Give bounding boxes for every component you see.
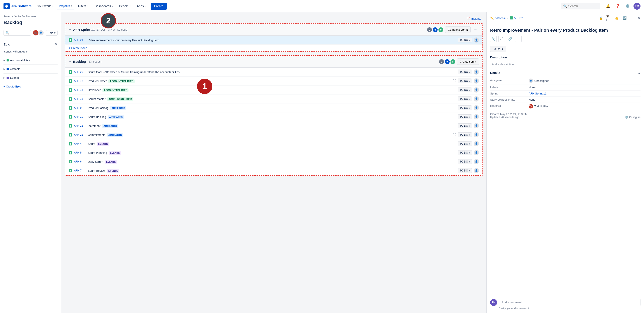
pencil-icon: ✏️ xyxy=(490,16,494,20)
table-row[interactable]: AFH-5 Sprint Planning EVENTS TO DO▾ 👤 xyxy=(65,148,482,157)
sidebar-search[interactable]: 🔍 xyxy=(4,30,31,36)
issue-title: Sprint EVENTS xyxy=(88,142,456,145)
create-button[interactable]: Create xyxy=(150,3,167,10)
status-dropdown[interactable]: TO DO▾ xyxy=(458,159,472,164)
search-bar[interactable]: 🔍 xyxy=(561,3,600,9)
link-hierarchy-icon[interactable]: ⛶ xyxy=(498,36,505,42)
status-dropdown[interactable]: TO DO▾ xyxy=(458,78,472,83)
assignee-avatar[interactable]: 👤 xyxy=(474,150,479,155)
add-description-field[interactable]: Add a description... xyxy=(490,61,640,68)
nav-people[interactable]: People ▾ xyxy=(117,3,133,9)
labels-value[interactable]: None xyxy=(529,86,640,89)
table-row[interactable]: AFH-22 Commitments ARTIFACTS ⛶ TO DO▾ 👤 xyxy=(65,130,482,139)
create-sprint-button[interactable]: Create sprint xyxy=(457,58,479,65)
configure-button[interactable]: ⚙️ Configure xyxy=(625,116,640,119)
more-icon[interactable]: ⋯ xyxy=(515,36,522,42)
add-epic-button[interactable]: ✏️ Add epic xyxy=(490,16,506,20)
story-points-row: Story point estimate None xyxy=(490,97,640,103)
nav-your-work[interactable]: Your work ▾ xyxy=(35,3,55,9)
create-issue-button[interactable]: + Create issue xyxy=(65,45,482,51)
settings-icon[interactable]: ⚙️ xyxy=(624,3,631,10)
watch-icon[interactable]: 👁️ 1 xyxy=(606,15,612,21)
epic-filter-dropdown[interactable]: Epic ▾ xyxy=(46,30,58,36)
table-row[interactable]: AFH-14 Developer ACCOUNTABILITIES TO DO▾… xyxy=(65,85,482,94)
more-options-icon[interactable]: ⋯ xyxy=(472,27,479,32)
assignee-avatar[interactable]: 👤 xyxy=(474,123,479,128)
issues-without-epic[interactable]: Issues without epic xyxy=(0,48,61,55)
lock-icon[interactable]: 🔒 xyxy=(598,15,604,21)
breadcrumb-projects[interactable]: Projects xyxy=(4,15,13,18)
complete-sprint-button[interactable]: Complete sprint xyxy=(445,26,471,33)
assignee-avatar[interactable]: 👤 xyxy=(474,114,479,119)
status-dropdown[interactable]: TO DO▾ xyxy=(458,168,472,173)
assignee-avatar[interactable]: 👤 xyxy=(474,168,479,173)
avatar-2[interactable]: 👤 xyxy=(38,30,44,36)
user-avatar[interactable]: TM xyxy=(634,3,640,10)
table-row[interactable]: AFH-13 Scrum Master ACCOUNTABILITIES TO … xyxy=(65,94,482,103)
insights-button[interactable]: 📈 Insights xyxy=(465,16,483,22)
commenter-avatar: TM xyxy=(490,299,497,306)
sprint-value[interactable]: AFH Sprint 11 xyxy=(529,92,640,95)
table-row[interactable]: AFH-6 Daily Scrum EVENTS TO DO▾ 👤 xyxy=(65,157,482,166)
assignee-avatar[interactable]: 👤 xyxy=(474,78,479,83)
comment-input[interactable]: Add a comment... xyxy=(499,299,640,306)
nav-dashboards[interactable]: Dashboards ▾ xyxy=(92,3,115,9)
status-dropdown[interactable]: TO DO▾ xyxy=(458,96,472,101)
help-icon[interactable]: ❓ xyxy=(614,3,621,10)
status-dropdown[interactable]: TO DO▾ xyxy=(458,150,472,155)
status-dropdown[interactable]: TO DO▾ xyxy=(458,69,472,74)
status-dropdown[interactable]: TO DO▾ xyxy=(458,114,472,119)
nav-filters[interactable]: Filters ▾ xyxy=(76,3,90,9)
like-icon[interactable]: 👍 xyxy=(614,15,620,21)
status-dropdown[interactable]: TO DO▾ xyxy=(458,132,472,137)
assignee-value[interactable]: 👤 Unassigned xyxy=(529,78,640,83)
sprint-toggle[interactable]: ▼ xyxy=(69,28,71,31)
status-button[interactable]: To Do ▾ xyxy=(490,46,506,52)
table-row[interactable]: AFH-20 Sprint Goal - Attendees of Scrum … xyxy=(65,68,482,76)
search-input[interactable] xyxy=(568,4,594,8)
notifications-icon[interactable]: 🔔 xyxy=(604,3,612,10)
comment-input-row: TM Add a comment... xyxy=(490,299,640,306)
link-icon[interactable]: 🔗 xyxy=(507,36,513,42)
assignee-avatar[interactable]: 👤 xyxy=(474,87,479,92)
status-dropdown[interactable]: TO DO ▾ xyxy=(458,38,472,42)
sidebar-search-input[interactable] xyxy=(10,31,29,34)
nav-projects[interactable]: Projects ▾ xyxy=(57,3,74,9)
breadcrumb-project[interactable]: Agile For Humans xyxy=(15,15,36,18)
status-dropdown[interactable]: TO DO▾ xyxy=(458,123,472,128)
assignee-avatar[interactable]: 👤 xyxy=(474,159,479,164)
assignee-avatar[interactable]: 👤 xyxy=(474,96,479,101)
status-dropdown[interactable]: TO DO▾ xyxy=(458,87,472,92)
assignee-avatar[interactable]: 👤 xyxy=(474,37,479,43)
epic-accountabilities[interactable]: ▶ Accountabilities xyxy=(0,57,61,64)
backlog-toggle[interactable]: ▼ xyxy=(69,60,71,63)
epic-artifacts[interactable]: ▶ Artifacts xyxy=(0,66,61,72)
assignee-avatar[interactable]: 👤 xyxy=(474,105,479,110)
more-options-icon[interactable]: ⋯ xyxy=(629,15,636,21)
table-row[interactable]: AFH-11 Increment ARTIFACTS TO DO▾ 👤 xyxy=(65,121,482,130)
chevron-down-icon: ▾ xyxy=(52,5,53,7)
table-row[interactable]: AFH-12 Product Owner ACCOUNTABILITIES ⛶ … xyxy=(65,76,482,85)
issue-key: AFH-5 xyxy=(74,151,86,154)
assignee-avatar[interactable]: 👤 xyxy=(474,141,479,146)
share-icon[interactable]: ↗️ xyxy=(622,15,628,21)
reporter-avatar: TM xyxy=(529,104,533,108)
nav-apps[interactable]: Apps ▾ xyxy=(134,3,148,9)
status-dropdown[interactable]: TO DO▾ xyxy=(458,105,472,110)
app-logo[interactable]: Jira Software xyxy=(4,3,32,9)
sprint-issue-row[interactable]: AFH-21 Retro Improvement - Pair on every… xyxy=(65,36,482,45)
status-dropdown[interactable]: TO DO▾ xyxy=(458,141,472,146)
table-row[interactable]: AFH-4 Sprint EVENTS TO DO▾ 👤 xyxy=(65,139,482,148)
close-panel-button[interactable]: ✕ xyxy=(637,15,640,20)
assignee-avatar[interactable]: 👤 xyxy=(474,132,479,137)
table-row[interactable]: AFH-9 Product Backlog ARTIFACTS TO DO▾ 👤 xyxy=(65,103,482,112)
paperclip-icon[interactable]: 📎 xyxy=(490,36,497,42)
create-epic-button[interactable]: + Create Epic xyxy=(0,83,61,90)
story-points-value[interactable]: None xyxy=(529,98,640,101)
details-toggle-icon[interactable]: ▲ xyxy=(638,71,640,74)
table-row[interactable]: AFH-10 Sprint Backlog ARTIFACTS TO DO▾ 👤 xyxy=(65,112,482,121)
assignee-avatar[interactable]: 👤 xyxy=(474,69,479,75)
table-row[interactable]: AFH-7 Sprint Review EVENTS TO DO▾ 👤 xyxy=(65,166,482,175)
epic-panel-close[interactable]: ✕ xyxy=(55,42,58,46)
epic-events[interactable]: ▶ Events xyxy=(0,74,61,81)
